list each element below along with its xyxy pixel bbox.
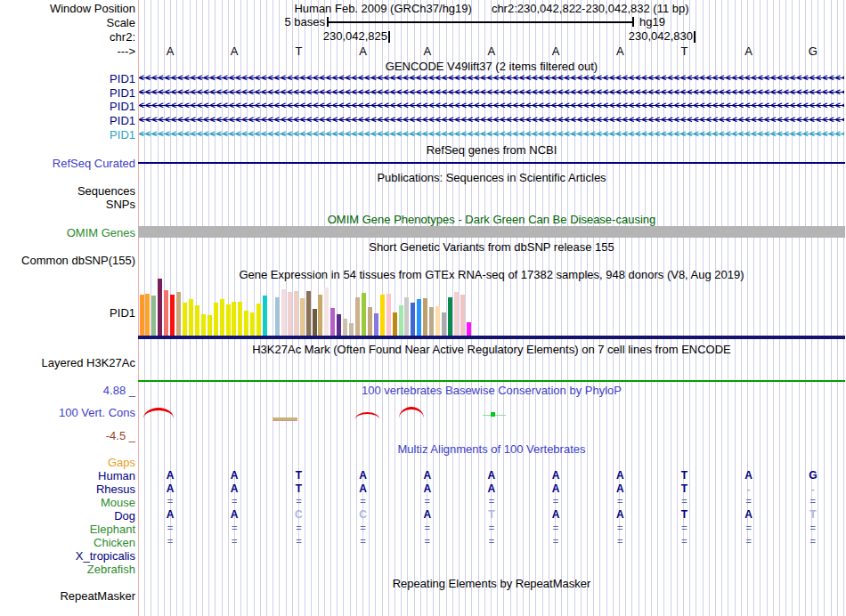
multiz-base-human: A bbox=[588, 469, 652, 482]
track-label-mouse[interactable]: Mouse bbox=[0, 496, 135, 509]
gtex-bar[interactable] bbox=[140, 295, 144, 336]
track-title-gtex[interactable]: Gene Expression in 54 tissues from GTEx … bbox=[138, 268, 845, 281]
track-title-omim[interactable]: OMIM Gene Phenotypes - Dark Green Can Be… bbox=[138, 213, 845, 226]
track-label-layered-h3k27ac[interactable]: Layered H3K27Ac bbox=[0, 356, 135, 369]
gtex-bar[interactable] bbox=[164, 290, 168, 336]
track-label-sequences[interactable]: Sequences bbox=[0, 184, 135, 198]
track-label-direction-arrow[interactable]: ---> bbox=[0, 45, 135, 58]
gtex-bar[interactable] bbox=[294, 291, 298, 336]
gtex-bar[interactable] bbox=[226, 304, 231, 336]
gtex-bar[interactable] bbox=[263, 296, 267, 336]
track-label-dog[interactable]: Dog bbox=[0, 509, 135, 523]
gtex-bar[interactable] bbox=[183, 303, 187, 336]
track-label-pid1-gtex[interactable]: PID1 bbox=[0, 306, 135, 320]
track-label-zebrafish[interactable]: Zebrafish bbox=[0, 563, 135, 576]
track-title-repeatmasker-title[interactable]: Repeating Elements by RepeatMasker bbox=[138, 577, 845, 590]
track-label-elephant[interactable]: Elephant bbox=[0, 523, 135, 536]
gtex-bar[interactable] bbox=[330, 308, 335, 336]
track-label-pid1-5[interactable]: PID1 bbox=[0, 128, 135, 142]
track-label-pid1-4[interactable]: PID1 bbox=[0, 114, 135, 127]
gtex-bar[interactable] bbox=[349, 323, 354, 336]
gene-model-row-pid1-transcript-3[interactable]: <<<<<<<<<<<<<<<<<<<<<<<<<<<<<<<<<<<<<<<<… bbox=[139, 101, 844, 111]
gtex-bar[interactable] bbox=[386, 294, 391, 336]
gtex-bar[interactable] bbox=[220, 299, 224, 336]
track-title-multiz[interactable]: Multiz Alignments of 100 Vertebrates bbox=[138, 442, 845, 456]
track-label-gaps[interactable]: Gaps bbox=[0, 456, 135, 469]
omim-gene-bar[interactable] bbox=[138, 226, 845, 238]
gtex-bar[interactable] bbox=[189, 299, 193, 336]
gtex-bar[interactable] bbox=[158, 279, 162, 336]
gtex-bar[interactable] bbox=[232, 302, 236, 336]
track-label-pid1-1[interactable]: PID1 bbox=[0, 72, 135, 85]
gene-model-row-pid1-transcript-4[interactable]: <<<<<<<<<<<<<<<<<<<<<<<<<<<<<<<<<<<<<<<<… bbox=[139, 115, 844, 126]
gtex-bar[interactable] bbox=[313, 309, 317, 336]
gtex-bar[interactable] bbox=[176, 292, 181, 336]
track-label-pid1-3[interactable]: PID1 bbox=[0, 100, 135, 113]
gene-model-row-pid1-transcript-2[interactable]: <<<<<<<<<<<<<<<<<<<<<<<<<<<<<<<<<<<<<<<<… bbox=[139, 87, 844, 98]
gtex-bar[interactable] bbox=[318, 295, 322, 336]
gtex-bar[interactable] bbox=[435, 306, 440, 336]
gtex-bar[interactable] bbox=[151, 296, 156, 336]
gtex-bar[interactable] bbox=[429, 307, 434, 336]
track-label-x-tropicalis[interactable]: X_tropicalis bbox=[0, 549, 135, 563]
track-label-common-dbsnp[interactable]: Common dbSNP(155) bbox=[0, 254, 135, 267]
gtex-bar[interactable] bbox=[467, 322, 471, 336]
gene-model-row-pid1-transcript-1[interactable]: <<<<<<<<<<<<<<<<<<<<<<<<<<<<<<<<<<<<<<<<… bbox=[139, 73, 844, 84]
track-title-refseq-ncbi[interactable]: RefSeq genes from NCBI bbox=[138, 143, 845, 157]
gtex-bar[interactable] bbox=[214, 303, 218, 336]
track-label-human[interactable]: Human bbox=[0, 469, 135, 482]
track-label-scale[interactable]: Scale bbox=[0, 16, 135, 29]
gtex-bar[interactable] bbox=[404, 297, 409, 336]
gtex-bar[interactable] bbox=[281, 289, 286, 336]
gtex-bar[interactable] bbox=[417, 299, 421, 336]
gtex-bar[interactable] bbox=[411, 303, 415, 336]
gtex-bar[interactable] bbox=[256, 304, 261, 336]
gtex-bar[interactable] bbox=[362, 293, 366, 336]
gene-model-row-pid1-transcript-5[interactable]: <<<<<<<<<<<<<<<<<<<<<<<<<<<<<<<<<<<<<<<<… bbox=[139, 129, 844, 140]
track-label-chicken[interactable]: Chicken bbox=[0, 536, 135, 549]
track-title-dbsnp[interactable]: Short Genetic Variants from dbSNP releas… bbox=[138, 240, 845, 254]
gtex-bar[interactable] bbox=[324, 288, 329, 336]
gtex-bar[interactable] bbox=[442, 312, 446, 336]
gtex-bar[interactable] bbox=[244, 311, 248, 336]
track-title-h3k27ac[interactable]: H3K27Ac Mark (Often Found Near Active Re… bbox=[138, 343, 845, 356]
track-label-refseq-curated[interactable]: RefSeq Curated bbox=[0, 157, 135, 170]
track-label-chr2[interactable]: chr2: bbox=[0, 30, 135, 44]
track-title-gencode[interactable]: GENCODE V49lift37 (2 items filtered out) bbox=[138, 60, 845, 73]
gtex-bar[interactable] bbox=[170, 295, 175, 336]
gtex-bar[interactable] bbox=[207, 315, 212, 336]
gtex-bar[interactable] bbox=[343, 319, 347, 336]
track-title-publications[interactable]: Publications: Sequences in Scientific Ar… bbox=[138, 171, 845, 184]
gtex-bar[interactable] bbox=[275, 297, 280, 336]
gtex-bar[interactable] bbox=[460, 295, 465, 336]
track-label-rhesus[interactable]: Rhesus bbox=[0, 482, 135, 496]
gtex-bar[interactable] bbox=[238, 302, 242, 336]
gtex-bar[interactable] bbox=[337, 314, 341, 336]
track-label-cons-max[interactable]: 4.88 _ bbox=[0, 384, 135, 397]
gtex-bar[interactable] bbox=[368, 307, 372, 336]
gtex-bar[interactable] bbox=[250, 312, 255, 336]
gtex-bar[interactable] bbox=[300, 298, 305, 336]
gtex-bar[interactable] bbox=[288, 292, 292, 336]
gtex-bar[interactable] bbox=[374, 313, 378, 336]
track-label-cons-min[interactable]: -4.5 _ bbox=[0, 429, 135, 442]
gtex-bar[interactable] bbox=[306, 291, 311, 336]
track-label-vert-cons[interactable]: 100 Vert. Cons bbox=[0, 406, 135, 419]
gtex-bar[interactable] bbox=[448, 297, 452, 336]
track-label-omim-genes[interactable]: OMIM Genes bbox=[0, 226, 135, 239]
gtex-bar[interactable] bbox=[393, 312, 397, 336]
gtex-bar[interactable] bbox=[355, 297, 360, 336]
gtex-bar[interactable] bbox=[145, 294, 150, 336]
gtex-bar[interactable] bbox=[423, 298, 427, 336]
refseq-curated-gene-line[interactable] bbox=[138, 162, 845, 164]
gtex-bar[interactable] bbox=[399, 305, 403, 336]
track-label-window-position[interactable]: Window Position bbox=[0, 2, 135, 15]
track-title-phylop[interactable]: 100 vertebrates Basewise Conservation by… bbox=[138, 384, 845, 397]
track-label-pid1-2[interactable]: PID1 bbox=[0, 86, 135, 100]
gtex-bar[interactable] bbox=[195, 305, 199, 336]
gtex-bar[interactable] bbox=[454, 292, 459, 336]
track-label-repeatmasker[interactable]: RepeatMasker bbox=[0, 589, 135, 603]
gtex-bar[interactable] bbox=[380, 295, 385, 336]
gtex-bar[interactable] bbox=[201, 314, 206, 336]
track-label-snps[interactable]: SNPs bbox=[0, 198, 135, 211]
